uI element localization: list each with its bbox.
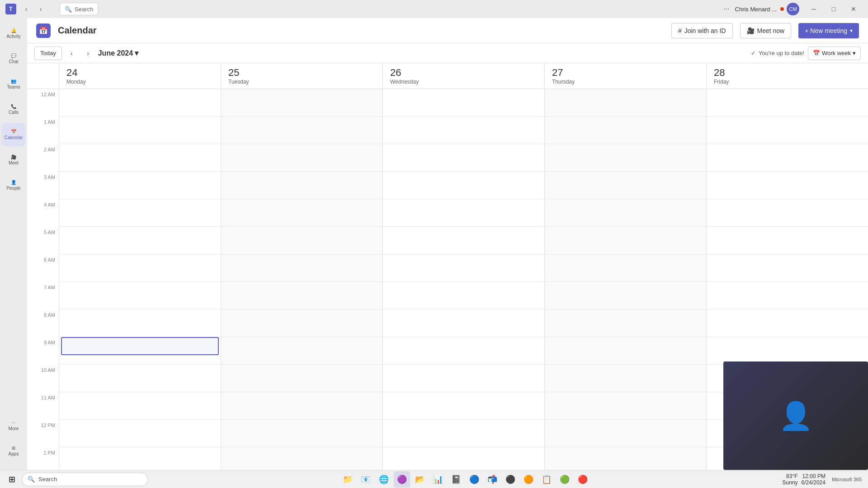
hour-block[interactable] — [545, 420, 706, 447]
next-week-button[interactable]: › — [82, 47, 94, 60]
hour-block[interactable] — [59, 254, 221, 282]
hour-block[interactable] — [221, 365, 382, 392]
meet-now-button[interactable]: 🎥 Meet now — [740, 23, 792, 38]
join-with-id-button[interactable]: # Join with an ID — [671, 23, 733, 38]
hour-block[interactable] — [707, 310, 868, 337]
hour-block[interactable] — [221, 310, 382, 337]
hour-block[interactable] — [221, 227, 382, 254]
sidebar-item-activity[interactable]: 🔔 Activity — [2, 22, 25, 45]
hour-block[interactable] — [221, 392, 382, 420]
hour-block[interactable] — [221, 254, 382, 282]
day-col-wednesday[interactable] — [382, 89, 544, 470]
forward-button[interactable]: › — [34, 3, 47, 15]
hour-block[interactable] — [221, 89, 382, 117]
hour-block[interactable] — [59, 199, 221, 227]
hour-block[interactable] — [707, 144, 868, 172]
sidebar-item-apps[interactable]: ⊞ Apps — [2, 439, 25, 463]
more-options-button[interactable]: ··· — [723, 5, 729, 13]
sidebar-item-teams[interactable]: 👥 Teams — [2, 72, 25, 96]
taskbar-icon-app4[interactable]: 🟢 — [557, 471, 573, 488]
hour-block[interactable] — [545, 199, 706, 227]
taskbar-icon-folder[interactable]: 📂 — [412, 471, 428, 488]
taskbar-icon-teams[interactable]: 🟣 — [394, 471, 410, 488]
sidebar-item-more[interactable]: ··· More — [2, 414, 25, 437]
new-meeting-button[interactable]: + New meeting ▾ — [798, 23, 859, 38]
hour-block[interactable] — [383, 89, 544, 117]
maximize-button[interactable]: □ — [825, 2, 843, 16]
hour-block[interactable] — [59, 89, 221, 117]
sidebar-item-chat[interactable]: 💬 Chat — [2, 47, 25, 70]
start-button[interactable]: ⊞ — [4, 471, 20, 488]
hour-block[interactable] — [383, 447, 544, 470]
hour-block[interactable] — [221, 282, 382, 310]
hour-block[interactable] — [383, 117, 544, 144]
taskbar-icon-files[interactable]: 📁 — [340, 471, 356, 488]
hour-block[interactable] — [59, 365, 221, 392]
sidebar-item-calls[interactable]: 📞 Calls — [2, 98, 25, 121]
hour-block[interactable] — [221, 420, 382, 447]
hour-block[interactable] — [59, 392, 221, 420]
back-button[interactable]: ‹ — [20, 3, 33, 15]
hour-block[interactable] — [545, 172, 706, 199]
taskbar-icon-onenote[interactable]: 📓 — [448, 471, 464, 488]
hour-block[interactable] — [59, 420, 221, 447]
month-label[interactable]: June 2024 ▾ — [98, 49, 138, 57]
hour-block[interactable] — [221, 199, 382, 227]
hour-block[interactable] — [545, 282, 706, 310]
hour-block[interactable] — [59, 117, 221, 144]
taskbar-icon-outlook[interactable]: 📬 — [484, 471, 500, 488]
taskbar-icon-app3[interactable]: 📋 — [538, 471, 555, 488]
sidebar-item-meet[interactable]: 🎥 Meet — [2, 148, 25, 172]
taskbar-icon-app1[interactable]: ⚫ — [502, 471, 519, 488]
taskbar-search-bar[interactable]: 🔍 Search — [22, 473, 148, 486]
minimize-button[interactable]: ─ — [805, 2, 823, 16]
hour-block[interactable] — [707, 117, 868, 144]
hour-block[interactable] — [221, 144, 382, 172]
hour-block[interactable] — [383, 254, 544, 282]
hour-block[interactable] — [545, 254, 706, 282]
hour-block[interactable] — [59, 310, 221, 337]
sidebar-item-people[interactable]: 👤 People — [2, 174, 25, 197]
hour-block[interactable] — [59, 282, 221, 310]
selected-time-block[interactable] — [61, 337, 219, 355]
taskbar-icon-app5[interactable]: 🔴 — [575, 471, 591, 488]
hour-block[interactable] — [383, 227, 544, 254]
hour-block[interactable] — [383, 172, 544, 199]
taskbar-icon-edge[interactable]: 🔵 — [466, 471, 482, 488]
hour-block[interactable] — [383, 144, 544, 172]
hour-block[interactable] — [221, 337, 382, 365]
day-col-tuesday[interactable] — [221, 89, 382, 470]
hour-block[interactable] — [707, 227, 868, 254]
hour-block[interactable] — [383, 310, 544, 337]
hour-block[interactable] — [383, 420, 544, 447]
sidebar-item-calendar[interactable]: 📅 Calendar — [2, 123, 25, 146]
hour-block[interactable] — [707, 89, 868, 117]
hour-block[interactable] — [383, 282, 544, 310]
hour-block[interactable] — [707, 282, 868, 310]
day-col-monday[interactable] — [59, 89, 221, 470]
hour-block[interactable] — [707, 199, 868, 227]
hour-block[interactable] — [221, 172, 382, 199]
hour-block[interactable] — [383, 199, 544, 227]
hour-block[interactable] — [59, 172, 221, 199]
hour-block[interactable] — [383, 365, 544, 392]
day-col-thursday[interactable] — [544, 89, 706, 470]
avatar[interactable]: CM — [787, 3, 799, 15]
view-selector-button[interactable]: 📅 Work week ▾ — [808, 47, 861, 60]
hour-block[interactable] — [545, 144, 706, 172]
hour-block[interactable] — [545, 447, 706, 470]
today-button[interactable]: Today — [34, 47, 62, 60]
taskbar-icon-app2[interactable]: 🟠 — [520, 471, 537, 488]
hour-block-9am[interactable] — [59, 337, 221, 365]
hour-block[interactable] — [707, 172, 868, 199]
hour-block[interactable] — [383, 392, 544, 420]
prev-week-button[interactable]: ‹ — [66, 47, 78, 60]
hour-block[interactable] — [383, 337, 544, 365]
hour-block[interactable] — [545, 365, 706, 392]
taskbar-icon-browser[interactable]: 🌐 — [376, 471, 392, 488]
hour-block[interactable] — [707, 254, 868, 282]
close-button[interactable]: ✕ — [844, 2, 863, 16]
global-search-bar[interactable]: 🔍 Search — [60, 3, 98, 15]
hour-block[interactable] — [221, 447, 382, 470]
taskbar-icon-mail[interactable]: 📧 — [358, 471, 374, 488]
